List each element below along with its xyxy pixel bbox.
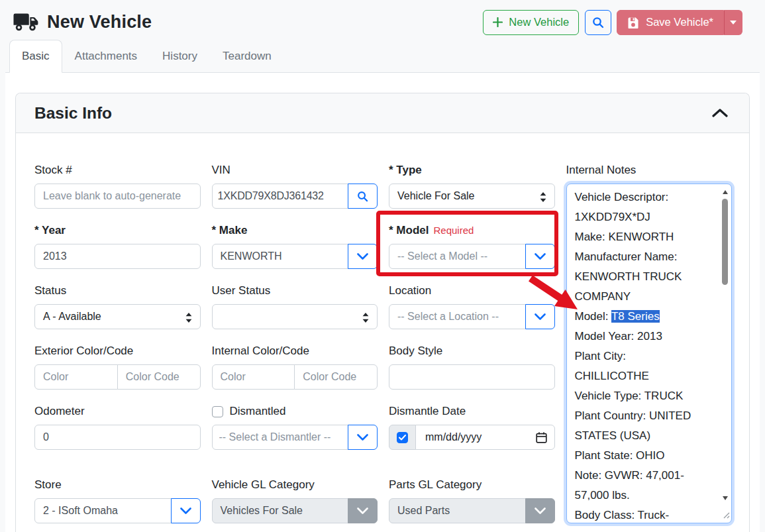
user-status-select[interactable]: User Status <box>212 283 378 329</box>
vin-search-button[interactable] <box>348 184 378 209</box>
user-status-label: User Status <box>212 283 378 299</box>
dismantler-input[interactable] <box>212 425 349 450</box>
make-dropdown-button[interactable] <box>348 244 378 269</box>
chevron-down-icon <box>535 253 546 260</box>
body-style-label: Body Style <box>389 343 555 359</box>
save-vehicle-button[interactable]: Save Vehicle* <box>617 10 724 35</box>
textarea-resize-grip[interactable] <box>723 509 730 521</box>
tab-basic[interactable]: Basic <box>9 40 62 73</box>
tab-history[interactable]: History <box>150 40 210 73</box>
notes-scrollbar[interactable] <box>720 186 730 521</box>
new-vehicle-button-label: New Vehicle <box>509 16 569 28</box>
store-dropdown-button[interactable] <box>171 498 201 523</box>
location-field: Location <box>389 283 555 329</box>
stock-number-input[interactable] <box>34 184 201 209</box>
save-options-caret-button[interactable] <box>724 10 742 35</box>
chevron-down-icon <box>357 253 368 260</box>
parts-gl-label: Parts GL Category <box>389 477 555 493</box>
chevron-down-icon <box>357 507 368 514</box>
parts-gl-field: Parts GL Category Used Parts <box>389 477 555 523</box>
tab-content: Basic Info Stock # <box>5 73 760 532</box>
select-arrows-icon <box>540 192 546 202</box>
store-input[interactable] <box>34 498 172 523</box>
stock-number-label: Stock # <box>34 162 201 178</box>
new-vehicle-button[interactable]: New Vehicle <box>483 10 579 35</box>
model-input[interactable] <box>389 244 526 269</box>
select-arrows-icon <box>185 313 192 323</box>
dismantle-date-checkbox-addon <box>389 425 416 450</box>
store-field: Store <box>34 477 201 523</box>
status-select-value: A - Available <box>34 304 201 329</box>
scrollbar-thumb[interactable] <box>722 199 728 285</box>
form-column-1: Stock # * Year Status A - Available <box>34 162 201 532</box>
type-select[interactable]: * Type Vehicle For Sale <box>389 162 555 209</box>
search-icon <box>357 191 368 202</box>
vin-label: VIN <box>212 162 378 178</box>
internal-notes-textarea[interactable]: Vehicle Descriptor: 1XKDD79X*DJ Make: KE… <box>566 184 733 523</box>
chevron-down-icon <box>180 507 191 514</box>
header-actions: New Vehicle Save Vehicle* <box>483 10 742 35</box>
dismantle-date-label: Dismantle Date <box>389 403 555 419</box>
dismantled-checkbox[interactable] <box>212 406 223 417</box>
save-icon <box>627 17 639 28</box>
calendar-icon <box>536 432 547 443</box>
basic-info-card-body: Stock # * Year Status A - Available <box>16 133 749 532</box>
vin-input[interactable] <box>212 184 349 209</box>
search-icon <box>592 17 604 28</box>
odometer-field: Odometer <box>34 403 201 450</box>
tab-teardown[interactable]: Teardown <box>210 40 284 73</box>
select-arrows-icon <box>362 313 369 323</box>
caret-down-icon <box>730 21 737 25</box>
type-label: * Type <box>389 162 555 178</box>
search-vehicle-button[interactable] <box>585 10 611 35</box>
type-field: * Type Vehicle For Sale <box>389 162 555 209</box>
dismantle-date-checkbox[interactable] <box>397 432 408 443</box>
topbar: New Vehicle New Vehicle <box>5 0 760 36</box>
parts-gl-value: Used Parts <box>389 498 526 523</box>
location-dropdown-button[interactable] <box>525 304 555 329</box>
title-group: New Vehicle <box>13 12 152 32</box>
internal-color-input[interactable] <box>212 364 295 390</box>
form-column-4: Internal Notes Vehicle Descriptor: 1XKDD… <box>566 162 733 532</box>
odometer-input[interactable] <box>34 425 201 450</box>
make-input[interactable] <box>212 244 349 269</box>
body-style-input[interactable] <box>389 364 555 390</box>
body-style-field: Body Style <box>389 343 555 390</box>
dismantle-date-input[interactable]: mm/dd/yyyy <box>415 425 555 450</box>
dismantle-date-field: Dismantle Date mm/dd/yyyy <box>389 403 555 450</box>
exterior-color-code-input[interactable] <box>117 364 201 390</box>
model-required-tag: Required <box>433 223 474 239</box>
odometer-label: Odometer <box>34 403 201 419</box>
year-input[interactable] <box>34 244 201 269</box>
scrollbar-up-arrow-icon[interactable] <box>723 190 728 194</box>
user-status-field: User Status <box>212 283 378 329</box>
make-label: * Make <box>212 223 378 239</box>
dismantler-dropdown-button[interactable] <box>348 425 378 450</box>
dismantled-field: Dismantled <box>212 403 378 450</box>
vehicle-gl-value: Vehicles For Sale <box>212 498 349 523</box>
internal-notes-label: Internal Notes <box>566 162 733 178</box>
internal-color-field: Internal Color/Code <box>212 343 378 390</box>
status-select[interactable]: Status A - Available <box>34 283 201 329</box>
truck-icon <box>13 13 38 32</box>
basic-info-card-header[interactable]: Basic Info <box>16 93 749 133</box>
vehicle-gl-field: Vehicle GL Category Vehicles For Sale <box>212 477 378 523</box>
exterior-color-input[interactable] <box>34 364 118 390</box>
make-field: * Make <box>212 223 378 269</box>
exterior-color-label: Exterior Color/Code <box>34 343 201 359</box>
scrollbar-down-arrow-icon[interactable] <box>723 496 728 500</box>
app: New Vehicle New Vehicle <box>0 0 765 532</box>
internal-color-label: Internal Color/Code <box>212 343 378 359</box>
dismantle-date-value: mm/dd/yyyy <box>425 431 482 443</box>
location-label: Location <box>389 283 555 299</box>
collapse-section-button[interactable] <box>712 109 728 117</box>
exterior-color-field: Exterior Color/Code <box>34 343 201 390</box>
internal-notes-text: Vehicle Descriptor: 1XKDD79X*DJ Make: KE… <box>575 187 700 523</box>
save-vehicle-button-label: Save Vehicle* <box>646 16 713 28</box>
model-dropdown-button[interactable] <box>525 244 555 269</box>
location-input[interactable] <box>389 304 526 329</box>
tab-attachments[interactable]: Attachments <box>62 40 150 73</box>
internal-color-code-input[interactable] <box>294 364 378 390</box>
year-label: * Year <box>34 223 201 239</box>
basic-info-card: Basic Info Stock # <box>15 93 750 532</box>
